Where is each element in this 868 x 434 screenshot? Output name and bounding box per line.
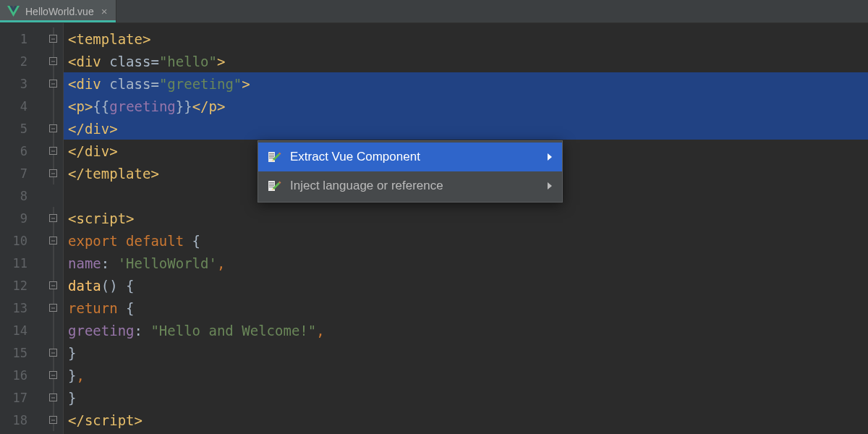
submenu-arrow-icon xyxy=(548,182,552,190)
line-number[interactable]: 3 xyxy=(0,72,43,95)
code-line[interactable]: <template> xyxy=(64,27,868,50)
tab-bar: HelloWorld.vue × xyxy=(0,0,868,23)
svg-rect-4 xyxy=(269,158,274,158)
fold-guide xyxy=(43,95,63,117)
fold-toggle[interactable] xyxy=(43,274,63,297)
fold-toggle[interactable] xyxy=(43,207,63,229)
code-line[interactable]: </div> xyxy=(64,117,868,140)
fold-toggle[interactable] xyxy=(43,297,63,319)
line-number[interactable]: 17 xyxy=(0,386,43,409)
line-number[interactable]: 4 xyxy=(0,95,43,117)
svg-rect-6 xyxy=(269,182,274,183)
svg-rect-2 xyxy=(269,155,274,156)
svg-rect-9 xyxy=(269,187,274,187)
fold-toggle[interactable] xyxy=(43,27,63,50)
line-number[interactable]: 13 xyxy=(0,297,43,319)
fold-toggle[interactable] xyxy=(43,341,63,364)
pencil-icon xyxy=(268,179,281,192)
svg-rect-3 xyxy=(269,156,274,157)
line-number[interactable]: 14 xyxy=(0,319,43,341)
tab-filename: HelloWorld.vue xyxy=(25,6,94,17)
line-number[interactable]: 12 xyxy=(0,274,43,297)
menu-item-label: Inject language or reference xyxy=(290,179,539,193)
code-content[interactable]: <template> <div class="hello"> <div clas… xyxy=(64,23,868,434)
vue-file-icon xyxy=(7,6,20,17)
code-line[interactable]: </script> xyxy=(64,409,868,431)
line-number[interactable]: 5 xyxy=(0,117,43,140)
pencil-icon xyxy=(268,150,281,163)
svg-rect-1 xyxy=(269,153,274,154)
code-line[interactable]: } xyxy=(64,341,868,364)
line-number[interactable]: 10 xyxy=(0,229,43,252)
code-line[interactable]: <p>{{greeting}}</p> xyxy=(64,95,868,117)
code-line[interactable]: } xyxy=(64,386,868,409)
code-line[interactable]: return { xyxy=(64,297,868,319)
fold-empty xyxy=(43,184,63,207)
line-number[interactable]: 11 xyxy=(0,252,43,274)
file-tab[interactable]: HelloWorld.vue × xyxy=(0,0,116,22)
code-line[interactable]: <script> xyxy=(64,207,868,229)
code-line[interactable]: <div class="greeting"> xyxy=(64,72,868,95)
code-line[interactable]: name: 'HelloWorld', xyxy=(64,252,868,274)
fold-toggle[interactable] xyxy=(43,386,63,409)
line-number-gutter: 1 2 3 4 5 6 7 8 9 10 11 12 13 14 15 16 1… xyxy=(0,23,43,434)
fold-toggle[interactable] xyxy=(43,409,63,431)
code-line[interactable]: }, xyxy=(64,364,868,386)
code-line[interactable]: export default { xyxy=(64,229,868,252)
code-line[interactable]: <div class="hello"> xyxy=(64,50,868,72)
line-number[interactable]: 16 xyxy=(0,364,43,386)
line-number[interactable]: 7 xyxy=(0,162,43,184)
fold-toggle[interactable] xyxy=(43,364,63,386)
fold-toggle[interactable] xyxy=(43,229,63,252)
fold-guide xyxy=(43,319,63,341)
code-line[interactable]: data() { xyxy=(64,274,868,297)
line-number[interactable]: 1 xyxy=(0,27,43,50)
editor-area: 1 2 3 4 5 6 7 8 9 10 11 12 13 14 15 16 1… xyxy=(0,23,868,434)
fold-toggle[interactable] xyxy=(43,50,63,72)
line-number[interactable]: 18 xyxy=(0,409,43,431)
svg-rect-7 xyxy=(269,184,274,184)
menu-item-label: Extract Vue Component xyxy=(290,150,539,164)
line-number[interactable]: 9 xyxy=(0,207,43,229)
code-line[interactable]: greeting: "Hello and Welcome!", xyxy=(64,319,868,341)
line-number[interactable]: 2 xyxy=(0,50,43,72)
menu-item-extract-vue-component[interactable]: Extract Vue Component xyxy=(258,142,562,171)
intention-actions-menu: Extract Vue Component Inject language or… xyxy=(258,140,563,203)
svg-rect-8 xyxy=(269,185,274,186)
fold-guide xyxy=(43,252,63,274)
fold-gutter xyxy=(43,23,64,434)
close-tab-icon[interactable]: × xyxy=(100,5,109,17)
line-number[interactable]: 6 xyxy=(0,140,43,162)
fold-toggle[interactable] xyxy=(43,140,63,162)
line-number[interactable]: 15 xyxy=(0,341,43,364)
line-number[interactable]: 8 xyxy=(0,184,43,207)
menu-item-inject-language[interactable]: Inject language or reference xyxy=(258,171,562,200)
fold-toggle[interactable] xyxy=(43,162,63,184)
submenu-arrow-icon xyxy=(548,153,552,161)
fold-toggle[interactable] xyxy=(43,117,63,140)
fold-toggle[interactable] xyxy=(43,72,63,95)
